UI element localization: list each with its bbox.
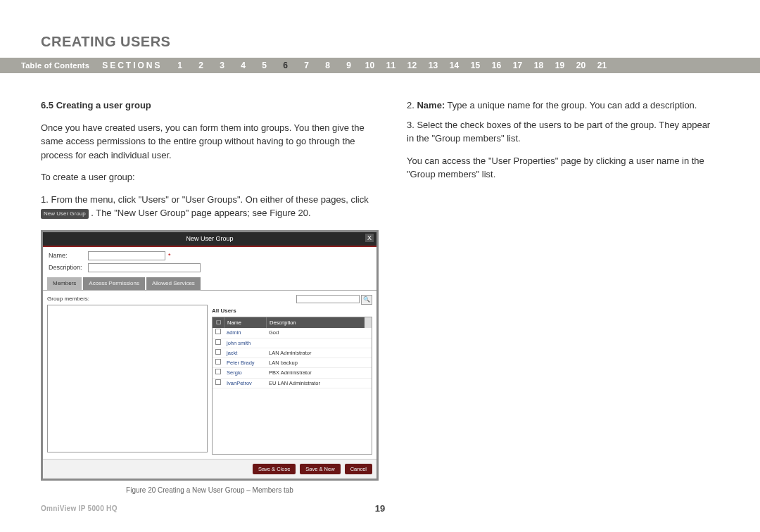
- user-name-link[interactable]: IvanPetrov: [224, 379, 266, 388]
- step-1-text-a: 1. From the menu, click "Users" or "User…: [41, 194, 369, 205]
- select-all-checkbox[interactable]: ☐: [213, 317, 224, 328]
- section-link-15[interactable]: 15: [465, 61, 486, 70]
- required-asterisk: *: [168, 251, 171, 261]
- section-link-11[interactable]: 11: [381, 61, 402, 70]
- all-users-table: ☐ Name Description admin God john: [212, 317, 372, 455]
- figure-20-screenshot: New User Group X Name: * Description: Me…: [41, 230, 379, 481]
- user-name-link[interactable]: jackt: [224, 348, 266, 357]
- step-2-num: 2.: [407, 100, 417, 110]
- row-checkbox[interactable]: [215, 369, 221, 374]
- column-description: Description: [266, 317, 365, 328]
- section-link-10[interactable]: 10: [360, 61, 381, 70]
- row-checkbox[interactable]: [215, 349, 221, 355]
- user-desc: LAN Administrator: [266, 348, 372, 357]
- dialog-title: New User Group: [186, 235, 233, 242]
- search-icon[interactable]: 🔍: [361, 295, 372, 305]
- dialog-titlebar: New User Group X: [43, 232, 376, 248]
- section-link-4[interactable]: 4: [233, 61, 254, 70]
- user-name-link[interactable]: Sergio: [224, 368, 266, 377]
- close-icon[interactable]: X: [365, 234, 374, 242]
- table-row: Sergio PBX Administrator: [213, 368, 372, 378]
- group-members-label: Group members:: [47, 295, 208, 303]
- user-search-input[interactable]: [296, 295, 360, 303]
- section-link-7[interactable]: 7: [296, 61, 317, 70]
- user-name-link[interactable]: admin: [224, 328, 266, 337]
- cancel-button[interactable]: Cancel: [345, 464, 372, 474]
- user-desc: God: [266, 328, 372, 337]
- subsection-heading: 6.5 Creating a user group: [41, 99, 379, 113]
- description-label: Description:: [49, 263, 88, 273]
- section-link-19[interactable]: 19: [550, 61, 571, 70]
- row-checkbox[interactable]: [215, 329, 221, 334]
- step-1: 1. From the menu, click "Users" or "User…: [41, 193, 379, 220]
- section-link-20[interactable]: 20: [571, 61, 592, 70]
- row-checkbox[interactable]: [215, 379, 221, 385]
- column-name: Name: [224, 317, 266, 328]
- all-users-label: All Users: [212, 307, 372, 315]
- table-row: IvanPetrov EU LAN Administrator: [213, 379, 372, 388]
- section-link-18[interactable]: 18: [528, 61, 550, 70]
- user-name-link[interactable]: Peter Brady: [224, 358, 266, 367]
- section-link-8[interactable]: 8: [317, 61, 338, 70]
- instruction-lead: To create a user group:: [41, 170, 379, 184]
- page-section-title: CREATING USERS: [41, 34, 170, 50]
- section-link-9[interactable]: 9: [338, 61, 360, 70]
- section-link-17[interactable]: 17: [507, 61, 528, 70]
- section-link-5[interactable]: 5: [254, 61, 275, 70]
- section-link-2[interactable]: 2: [191, 61, 212, 70]
- user-desc: LAN backup: [266, 358, 372, 367]
- user-desc: PBX Administrator: [266, 368, 372, 377]
- row-checkbox[interactable]: [215, 359, 221, 365]
- group-members-list[interactable]: [47, 305, 208, 452]
- section-link-3[interactable]: 3: [212, 61, 233, 70]
- table-row: john smith: [213, 338, 372, 348]
- name-label: Name:: [49, 251, 88, 261]
- save-new-button[interactable]: Save & New: [300, 464, 340, 474]
- name-input[interactable]: [88, 251, 165, 260]
- table-row: admin God: [213, 328, 372, 338]
- tab-allowed-services[interactable]: Allowed Services: [146, 277, 201, 290]
- new-user-group-inline-button: New User Group: [41, 209, 89, 219]
- tab-members[interactable]: Members: [47, 277, 82, 290]
- table-row: Peter Brady LAN backup: [213, 358, 372, 368]
- access-note: You can access the "User Properties" pag…: [407, 154, 719, 182]
- page-number: 19: [375, 503, 385, 514]
- step-3: 3. Select the check boxes of the users t…: [407, 118, 719, 146]
- right-column: 2. Name: Type a unique name for the grou…: [407, 99, 719, 495]
- section-nav-bar: Table of Contents SECTIONS 1 2 3 4 5 6 7…: [0, 58, 760, 73]
- save-close-button[interactable]: Save & Close: [253, 464, 296, 474]
- section-link-14[interactable]: 14: [444, 61, 465, 70]
- section-link-16[interactable]: 16: [486, 61, 507, 70]
- step-2: 2. Name: Type a unique name for the grou…: [407, 99, 719, 113]
- figure-caption: Figure 20 Creating a New User Group – Me…: [41, 485, 379, 495]
- table-row: jackt LAN Administrator: [213, 348, 372, 358]
- sections-label: SECTIONS: [102, 61, 162, 70]
- description-input[interactable]: [88, 263, 201, 272]
- intro-paragraph: Once you have created users, you can for…: [41, 121, 379, 163]
- step-1-text-b: . The "New User Group" page appears; see…: [91, 208, 311, 218]
- section-link-1[interactable]: 1: [170, 61, 191, 70]
- left-column: 6.5 Creating a user group Once you have …: [41, 99, 379, 495]
- user-name-link[interactable]: john smith: [224, 338, 266, 348]
- section-link-13[interactable]: 13: [423, 61, 444, 70]
- step-2-bold: Name:: [417, 100, 445, 110]
- tab-access-permissions[interactable]: Access Permissions: [83, 277, 145, 290]
- section-link-12[interactable]: 12: [402, 61, 423, 70]
- product-name: OmniView IP 5000 HQ: [41, 505, 118, 512]
- step-2-rest: Type a unique name for the group. You ca…: [445, 100, 697, 110]
- user-desc: EU LAN Administrator: [266, 379, 372, 388]
- toc-link[interactable]: Table of Contents: [21, 61, 89, 70]
- section-link-21[interactable]: 21: [592, 61, 613, 70]
- row-checkbox[interactable]: [215, 339, 221, 345]
- scrollbar[interactable]: [365, 317, 372, 328]
- section-link-6[interactable]: 6: [275, 61, 296, 70]
- user-desc: [266, 338, 372, 348]
